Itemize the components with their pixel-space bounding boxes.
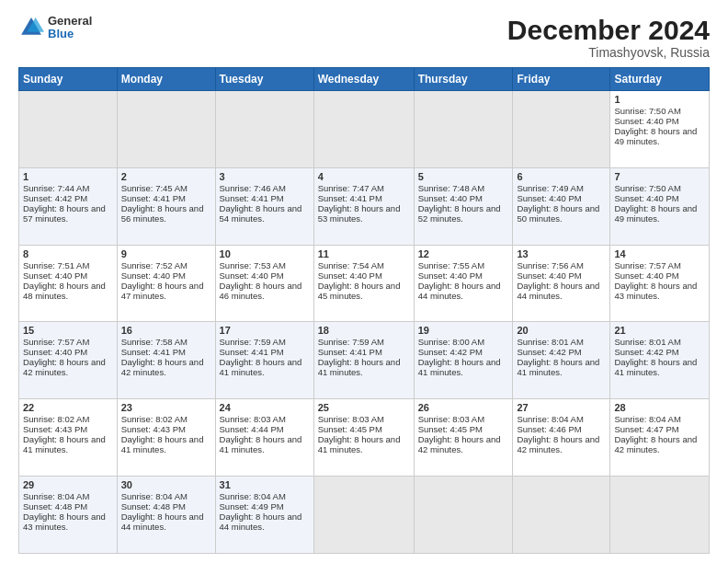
calendar-cell: 8Sunrise: 7:51 AMSunset: 4:40 PMDaylight…	[19, 245, 118, 322]
day-number: 3	[220, 171, 310, 182]
day-number: 25	[318, 402, 410, 413]
sunset-text: Sunset: 4:41 PM	[121, 347, 186, 357]
sunset-text: Sunset: 4:43 PM	[121, 424, 186, 434]
day-number: 12	[418, 248, 509, 259]
calendar-cell: 28Sunrise: 8:04 AMSunset: 4:47 PMDayligh…	[610, 399, 710, 477]
sunrise-text: Sunrise: 8:04 AM	[23, 491, 89, 501]
sunset-text: Sunset: 4:40 PM	[614, 193, 678, 203]
daylight-text: Daylight: 8 hours and 42 minutes.	[121, 357, 204, 377]
daylight-text: Daylight: 8 hours and 44 minutes.	[220, 511, 302, 532]
sunrise-text: Sunrise: 8:02 AM	[121, 414, 188, 424]
sunset-text: Sunset: 4:40 PM	[614, 270, 678, 281]
sunset-text: Sunset: 4:48 PM	[23, 501, 87, 511]
day-number: 23	[121, 402, 211, 413]
sunset-text: Sunset: 4:45 PM	[318, 424, 382, 434]
day-number: 14	[614, 248, 705, 259]
daylight-text: Daylight: 8 hours and 56 minutes.	[121, 203, 204, 224]
day-header-thursday: Thursday	[414, 68, 513, 91]
daylight-text: Daylight: 8 hours and 41 minutes.	[220, 357, 302, 377]
sunset-text: Sunset: 4:40 PM	[614, 116, 678, 126]
daylight-text: Daylight: 8 hours and 42 minutes.	[517, 434, 599, 454]
calendar-cell: 12Sunrise: 7:55 AMSunset: 4:40 PMDayligh…	[414, 245, 513, 322]
calendar-cell: 24Sunrise: 8:03 AMSunset: 4:44 PMDayligh…	[215, 399, 313, 477]
daylight-text: Daylight: 8 hours and 41 minutes.	[418, 357, 501, 377]
sunrise-text: Sunrise: 7:59 AM	[318, 337, 384, 347]
calendar-cell: 16Sunrise: 7:58 AMSunset: 4:41 PMDayligh…	[117, 322, 215, 399]
day-number: 4	[318, 171, 410, 182]
sunrise-text: Sunrise: 7:49 AM	[517, 183, 583, 193]
daylight-text: Daylight: 8 hours and 42 minutes.	[614, 434, 697, 454]
title-block: December 2024 Timashyovsk, Russia	[507, 15, 710, 60]
calendar-cell	[610, 477, 710, 554]
sunset-text: Sunset: 4:41 PM	[220, 347, 284, 357]
sunset-text: Sunset: 4:41 PM	[318, 347, 382, 357]
daylight-text: Daylight: 8 hours and 53 minutes.	[318, 203, 401, 224]
sunset-text: Sunset: 4:44 PM	[220, 424, 284, 434]
calendar-week-1: 1Sunrise: 7:44 AMSunset: 4:42 PMDaylight…	[19, 167, 710, 245]
day-number: 16	[121, 325, 211, 336]
sunrise-text: Sunrise: 8:00 AM	[418, 337, 484, 347]
sunset-text: Sunset: 4:42 PM	[614, 347, 678, 357]
calendar-week-5: 29Sunrise: 8:04 AMSunset: 4:48 PMDayligh…	[19, 477, 710, 554]
calendar-cell: 29Sunrise: 8:04 AMSunset: 4:48 PMDayligh…	[19, 477, 118, 554]
calendar-cell: 22Sunrise: 8:02 AMSunset: 4:43 PMDayligh…	[19, 399, 118, 477]
day-number: 24	[220, 402, 310, 413]
sunrise-text: Sunrise: 7:57 AM	[23, 337, 89, 347]
sunrise-text: Sunrise: 7:46 AM	[220, 183, 286, 193]
sunset-text: Sunset: 4:41 PM	[121, 193, 186, 203]
sunrise-text: Sunrise: 8:03 AM	[318, 414, 384, 424]
day-number: 29	[23, 479, 113, 490]
calendar-cell: 14Sunrise: 7:57 AMSunset: 4:40 PMDayligh…	[610, 245, 710, 322]
sunset-text: Sunset: 4:42 PM	[418, 347, 483, 357]
calendar-week-2: 8Sunrise: 7:51 AMSunset: 4:40 PMDaylight…	[19, 245, 710, 322]
calendar-cell	[117, 91, 215, 168]
daylight-text: Daylight: 8 hours and 54 minutes.	[220, 203, 302, 224]
daylight-text: Daylight: 8 hours and 45 minutes.	[318, 281, 401, 301]
calendar-cell	[215, 91, 313, 168]
calendar-cell	[513, 91, 610, 168]
day-number: 27	[517, 402, 606, 413]
calendar-cell: 11Sunrise: 7:54 AMSunset: 4:40 PMDayligh…	[313, 245, 414, 322]
sunset-text: Sunset: 4:45 PM	[418, 424, 483, 434]
day-number: 9	[121, 248, 211, 259]
day-header-friday: Friday	[513, 68, 610, 91]
sunrise-text: Sunrise: 7:56 AM	[517, 260, 583, 270]
daylight-text: Daylight: 8 hours and 41 minutes.	[318, 434, 401, 454]
logo-general: General	[48, 15, 92, 28]
calendar: SundayMondayTuesdayWednesdayThursdayFrid…	[18, 67, 710, 554]
calendar-cell: 1Sunrise: 7:50 AMSunset: 4:40 PMDaylight…	[610, 91, 710, 168]
header: General Blue December 2024 Timashyovsk, …	[18, 15, 710, 60]
calendar-cell: 18Sunrise: 7:59 AMSunset: 4:41 PMDayligh…	[313, 322, 414, 399]
calendar-cell: 21Sunrise: 8:01 AMSunset: 4:42 PMDayligh…	[610, 322, 710, 399]
calendar-cell	[313, 91, 414, 168]
sunrise-text: Sunrise: 7:54 AM	[318, 260, 384, 270]
day-header-wednesday: Wednesday	[313, 68, 414, 91]
logo-icon	[18, 15, 44, 40]
sunset-text: Sunset: 4:41 PM	[220, 193, 284, 203]
daylight-text: Daylight: 8 hours and 49 minutes.	[614, 203, 697, 224]
daylight-text: Daylight: 8 hours and 43 minutes.	[23, 511, 106, 532]
calendar-cell	[513, 477, 610, 554]
calendar-week-3: 15Sunrise: 7:57 AMSunset: 4:40 PMDayligh…	[19, 322, 710, 399]
daylight-text: Daylight: 8 hours and 44 minutes.	[517, 281, 599, 301]
calendar-cell	[19, 91, 118, 168]
sunset-text: Sunset: 4:42 PM	[23, 193, 87, 203]
sunset-text: Sunset: 4:49 PM	[220, 501, 284, 511]
calendar-cell: 4Sunrise: 7:47 AMSunset: 4:41 PMDaylight…	[313, 167, 414, 245]
daylight-text: Daylight: 8 hours and 44 minutes.	[121, 511, 204, 532]
day-number: 21	[614, 325, 705, 336]
sunrise-text: Sunrise: 7:53 AM	[220, 260, 286, 270]
sunrise-text: Sunrise: 7:57 AM	[614, 260, 680, 270]
day-number: 17	[220, 325, 310, 336]
day-header-tuesday: Tuesday	[215, 68, 313, 91]
sunrise-text: Sunrise: 8:04 AM	[121, 491, 188, 501]
day-number: 15	[23, 325, 113, 336]
day-number: 2	[121, 171, 211, 182]
day-number: 28	[614, 402, 705, 413]
sunrise-text: Sunrise: 7:45 AM	[121, 183, 188, 193]
day-number: 11	[318, 248, 410, 259]
calendar-cell: 10Sunrise: 7:53 AMSunset: 4:40 PMDayligh…	[215, 245, 313, 322]
daylight-text: Daylight: 8 hours and 48 minutes.	[23, 281, 106, 301]
sunrise-text: Sunrise: 8:03 AM	[220, 414, 286, 424]
daylight-text: Daylight: 8 hours and 57 minutes.	[23, 203, 106, 224]
